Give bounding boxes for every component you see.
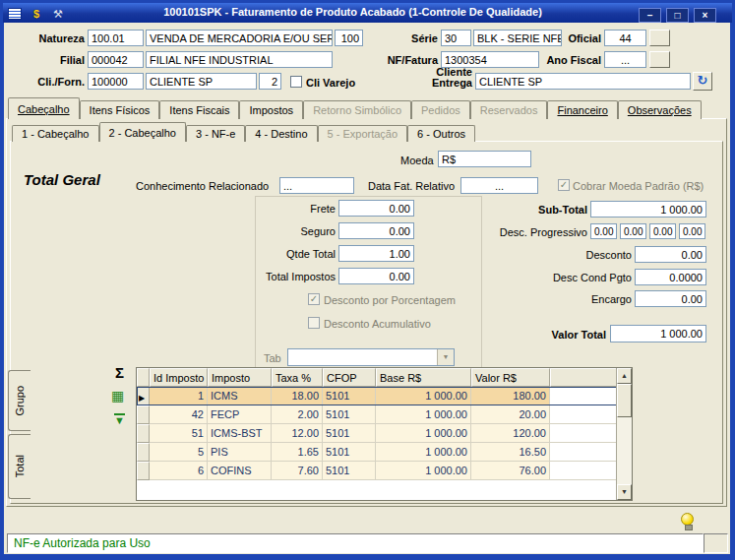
data-fat-field[interactable]: ... xyxy=(460,177,538,194)
tab-financeiro[interactable]: Financeiro xyxy=(547,100,617,119)
desc-progressivo-field-3[interactable]: 0.00 xyxy=(649,223,676,239)
cell-valor[interactable]: 76.00 xyxy=(471,462,550,480)
desc-progressivo-field-1[interactable]: 0.00 xyxy=(590,223,617,239)
filial-code-field[interactable]: 000042 xyxy=(88,51,144,68)
cell-taxa[interactable]: 7.60 xyxy=(272,462,323,480)
filial-desc-field[interactable]: FILIAL NFE INDUSTRIAL xyxy=(146,51,333,68)
frete-field[interactable]: 0.00 xyxy=(338,200,414,217)
seguro-field[interactable]: 0.00 xyxy=(338,222,414,239)
table-row[interactable]: 5 PIS 1.65 5101 1 000.00 16.50 xyxy=(137,443,632,462)
cell-cfop[interactable]: 5101 xyxy=(323,462,376,480)
side-tab-total[interactable]: Total xyxy=(8,434,31,499)
table-row[interactable]: ▶ 1 ICMS 18.00 5101 1 000.00 180.00 xyxy=(137,387,632,405)
sum-icon[interactable]: Σ xyxy=(115,364,124,381)
cell-id[interactable]: 6 xyxy=(150,462,208,480)
cell-base[interactable]: 1 000.00 xyxy=(376,387,471,405)
subtab-1-cabecalho[interactable]: 1 - Cabeçalho xyxy=(12,125,99,142)
table-row[interactable]: 51 ICMS-BST 12.00 5101 1 000.00 120.00 xyxy=(137,424,632,443)
cliente-entrega-field[interactable]: CLIENTE SP xyxy=(475,73,691,90)
col-base[interactable]: Base R$ xyxy=(376,368,471,387)
cell-id[interactable]: 51 xyxy=(150,424,208,443)
natureza-desc-field[interactable]: VENDA DE MERCADORIA E/OU SERVI xyxy=(146,30,333,46)
tab-observacoes[interactable]: Observações xyxy=(618,100,702,119)
col-valor[interactable]: Valor R$ xyxy=(471,368,550,387)
cell-base[interactable]: 1 000.00 xyxy=(376,405,471,424)
subtotal-field[interactable]: 1 000.00 xyxy=(590,201,706,218)
cell-valor[interactable]: 180.00 xyxy=(471,387,550,405)
oficial-field[interactable]: 44 xyxy=(604,30,646,46)
cell-cfop[interactable]: 5101 xyxy=(323,443,376,462)
tab-impostos[interactable]: Impostos xyxy=(239,100,303,119)
cell-id[interactable]: 5 xyxy=(150,443,208,462)
tab-itens-fisicos[interactable]: Itens Físicos xyxy=(80,100,160,119)
dropdown-arrow-icon[interactable]: ▼ xyxy=(437,349,454,365)
money-icon[interactable]: $ xyxy=(30,8,43,20)
desc-progressivo-field-4[interactable]: 0.00 xyxy=(679,223,705,239)
oficial-aux-button[interactable] xyxy=(649,30,670,46)
cell-imposto[interactable]: ICMS-BST xyxy=(208,424,272,443)
cell-imposto[interactable]: FECP xyxy=(208,405,272,424)
cell-imposto[interactable]: ICMS xyxy=(208,387,272,405)
desconto-field[interactable]: 0.00 xyxy=(635,246,706,263)
cli-forn-desc-field[interactable]: CLIENTE SP xyxy=(146,73,257,90)
cell-cfop[interactable]: 5101 xyxy=(323,405,376,424)
encargo-field[interactable]: 0.00 xyxy=(635,290,706,307)
subtab-6-outros[interactable]: 6 - Outros xyxy=(407,125,475,142)
scroll-up-icon[interactable]: ▲ xyxy=(617,368,632,384)
serie-desc-field[interactable]: BLK - SERIE NFE xyxy=(473,30,562,46)
cell-taxa[interactable]: 18.00 xyxy=(272,387,323,405)
conhecimento-field[interactable]: ... xyxy=(279,177,354,194)
cli-forn-code-field[interactable]: 100000 xyxy=(88,73,144,90)
cell-valor[interactable]: 120.00 xyxy=(471,424,550,443)
cell-base[interactable]: 1 000.00 xyxy=(376,424,471,443)
cell-taxa[interactable]: 1.65 xyxy=(272,443,323,462)
grid-export-icon[interactable]: ▦ xyxy=(111,388,124,404)
close-button[interactable]: × xyxy=(694,8,716,23)
cell-imposto[interactable]: PIS xyxy=(208,443,272,462)
scroll-down-icon[interactable]: ▼ xyxy=(617,484,632,500)
desc-cond-pgto-field[interactable]: 0.0000 xyxy=(635,269,706,285)
natureza-aux-field[interactable]: 100 xyxy=(335,30,363,46)
green-down-arrow-icon[interactable]: ▼ xyxy=(114,413,125,425)
cell-cfop[interactable]: 5101 xyxy=(323,387,376,405)
total-impostos-field[interactable]: 0.00 xyxy=(338,268,414,284)
tab-select-dropdown[interactable]: ▼ xyxy=(287,348,455,366)
minimize-button[interactable]: – xyxy=(639,8,661,23)
tab-itens-fiscais[interactable]: Itens Fiscais xyxy=(159,100,239,119)
cli-varejo-checkbox[interactable] xyxy=(290,76,302,88)
maximize-button[interactable]: □ xyxy=(666,8,689,23)
cell-taxa[interactable]: 12.00 xyxy=(272,424,323,443)
moeda-field[interactable]: R$ xyxy=(438,151,531,167)
col-cfop[interactable]: CFOP xyxy=(323,368,376,387)
scrollbar-thumb[interactable] xyxy=(617,384,632,417)
refresh-icon[interactable]: ↻ xyxy=(693,72,712,91)
subtab-4-destino[interactable]: 4 - Destino xyxy=(245,125,317,142)
tools-icon[interactable]: ⚒ xyxy=(51,8,65,20)
table-row[interactable]: 42 FECP 2.00 5101 1 000.00 20.00 xyxy=(137,405,632,424)
subtab-2-cabecalho[interactable]: 2 - Cabeçalho xyxy=(99,122,187,142)
cli-forn-aux-field[interactable]: 2 xyxy=(259,73,281,90)
cell-base[interactable]: 1 000.00 xyxy=(376,462,471,480)
tab-cabecalho[interactable]: Cabeçalho xyxy=(8,97,80,119)
grid-scrollbar[interactable]: ▲ ▼ xyxy=(616,368,632,500)
cell-id[interactable]: 1 xyxy=(150,387,208,405)
cell-base[interactable]: 1 000.00 xyxy=(376,443,471,462)
cell-valor[interactable]: 16.50 xyxy=(471,443,550,462)
serie-code-field[interactable]: 30 xyxy=(441,30,471,46)
cell-taxa[interactable]: 2.00 xyxy=(272,405,323,424)
col-imposto[interactable]: Imposto xyxy=(208,368,272,387)
cell-cfop[interactable]: 5101 xyxy=(323,424,376,443)
subtab-3-nfe[interactable]: 3 - NF-e xyxy=(186,125,245,142)
ano-fiscal-aux-button[interactable] xyxy=(649,51,670,68)
ano-fiscal-field[interactable]: ... xyxy=(604,51,646,68)
form-icon[interactable] xyxy=(8,8,22,20)
table-row[interactable]: 6 COFINS 7.60 5101 1 000.00 76.00 xyxy=(137,462,632,480)
col-id-imposto[interactable]: Id Imposto xyxy=(150,368,208,387)
natureza-code-field[interactable]: 100.01 xyxy=(88,30,144,46)
qtde-total-field[interactable]: 1.00 xyxy=(338,245,414,262)
desc-progressivo-field-2[interactable]: 0.00 xyxy=(620,223,646,239)
cell-imposto[interactable]: COFINS xyxy=(208,462,272,480)
col-taxa[interactable]: Taxa % xyxy=(272,368,323,387)
valor-total-field[interactable]: 1 000.00 xyxy=(610,325,706,342)
cell-valor[interactable]: 20.00 xyxy=(471,405,550,424)
